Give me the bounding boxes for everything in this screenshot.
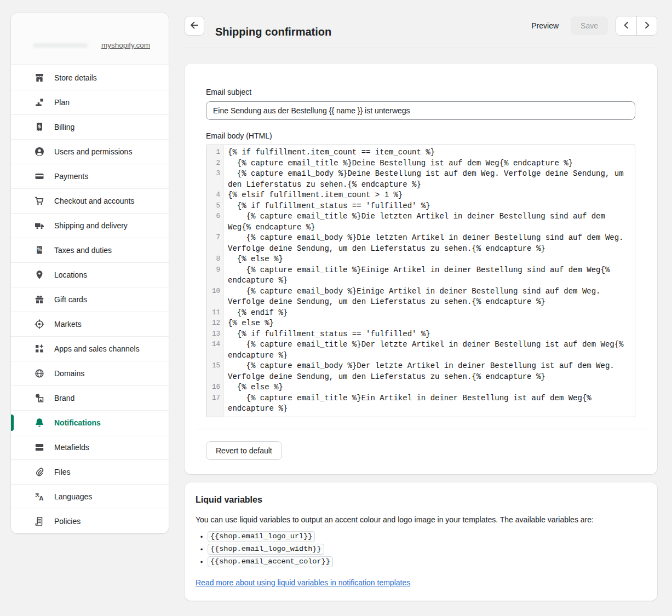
sidebar-item-label: Notifications <box>54 418 101 427</box>
code-line: 10 {% capture email_body %}Einige Artike… <box>206 286 635 308</box>
line-number: 3 <box>206 169 223 190</box>
sidebar-item-policies[interactable]: Policies <box>11 509 169 533</box>
store-domain-link[interactable]: myshopify.com <box>101 41 150 49</box>
liquid-variables-card: Liquid variables You can use liquid vari… <box>185 482 657 601</box>
code-line: 5 {% if fulfillment_status == 'fulfilled… <box>206 201 635 212</box>
line-number: 6 <box>206 211 223 233</box>
sidebar-item-notifications[interactable]: Notifications <box>11 410 169 435</box>
apps-icon <box>34 343 45 354</box>
code-line: 7 {% capture email_body %}Die letzten Ar… <box>206 233 635 254</box>
next-template-button[interactable] <box>636 16 657 35</box>
code-text: {% capture email_title %}Ein Artikel in … <box>223 393 635 414</box>
liquid-variable-chip: {{shop.email_logo_url}} <box>208 531 315 542</box>
code-text: {% if fulfillment_status == 'fulfilled' … <box>223 201 635 212</box>
line-number: 4 <box>206 190 223 201</box>
page-title: Shipping confirmation <box>215 26 331 38</box>
email-template-card: Email subject Email body (HTML) 1{% if f… <box>185 64 657 474</box>
sidebar-item-users-and-permissions[interactable]: Users and permissions <box>11 139 169 164</box>
code-line: 6 {% capture email_title %}Die letzten A… <box>206 211 635 233</box>
code-rows: 1{% if fulfillment.item_count == item_co… <box>206 145 635 414</box>
store-header: myshopify.com <box>11 13 169 65</box>
sidebar-item-label: Locations <box>54 270 87 279</box>
sidebar-item-label: Markets <box>54 320 82 329</box>
code-line: 2 {% capture email_title %}Deine Bestell… <box>206 158 635 169</box>
sidebar-item-store-details[interactable]: Store details <box>11 65 169 90</box>
liquid-variable-chip: {{shop.email_logo_width}} <box>208 544 324 555</box>
code-text: {% capture email_body %}Der letzte Artik… <box>223 361 635 382</box>
preview-button[interactable]: Preview <box>527 18 563 33</box>
email-body-editor[interactable]: 1{% if fulfillment.item_count == item_co… <box>206 145 635 417</box>
bullet-dot: • <box>196 545 208 554</box>
locations-icon <box>34 269 45 280</box>
sidebar-item-label: Users and permissions <box>54 147 132 156</box>
code-line: 13 {% if fulfillment_status == 'fulfille… <box>206 329 635 340</box>
code-text: {% capture email_title %}Deine Bestellun… <box>223 158 635 169</box>
code-text: {% else %} <box>223 382 635 393</box>
line-number: 16 <box>206 382 223 393</box>
sidebar-item-label: Metafields <box>54 443 89 452</box>
back-arrow-icon <box>189 20 200 32</box>
email-subject-input[interactable] <box>206 101 635 120</box>
policies-icon <box>34 516 45 527</box>
line-number: 13 <box>206 329 223 340</box>
code-line: 1{% if fulfillment.item_count == item_co… <box>206 147 635 158</box>
brand-icon <box>34 393 45 404</box>
page-header: Shipping confirmation Preview Save <box>185 16 657 36</box>
taxes-icon: % <box>34 245 45 256</box>
sidebar-item-taxes-and-duties[interactable]: %Taxes and duties <box>11 238 169 262</box>
read-more-link[interactable]: Read more about using liquid variables i… <box>196 578 410 587</box>
users-icon <box>34 146 45 157</box>
code-line: 9 {% capture email_title %}Einige Artike… <box>206 265 635 286</box>
svg-text:$: $ <box>38 124 41 129</box>
domains-icon <box>34 368 45 379</box>
sidebar-item-plan[interactable]: Plan <box>11 90 169 114</box>
sidebar-item-brand[interactable]: Brand <box>11 385 169 410</box>
code-line: 17 {% capture email_title %}Ein Artikel … <box>206 393 635 414</box>
sidebar-item-label: Taxes and duties <box>54 246 112 255</box>
sidebar-item-payments[interactable]: Payments <box>11 164 169 188</box>
sidebar-item-billing[interactable]: $Billing <box>11 114 169 139</box>
line-number: 11 <box>206 308 223 319</box>
save-button[interactable]: Save <box>571 16 608 35</box>
sidebar-item-domains[interactable]: Domains <box>11 361 169 385</box>
code-line: 12{% else %} <box>206 318 635 329</box>
liquid-variable-chip: {{shop.email_accent_color}} <box>208 556 333 567</box>
sidebar-item-gift-cards[interactable]: Gift cards <box>11 287 169 312</box>
line-number: 14 <box>206 339 223 361</box>
line-number: 1 <box>206 147 223 158</box>
sidebar-item-metafields[interactable]: Metafields <box>11 435 169 459</box>
line-number: 17 <box>206 393 223 414</box>
sidebar-item-label: Apps and sales channels <box>54 344 140 353</box>
revert-to-default-button[interactable]: Revert to default <box>206 441 282 460</box>
sidebar-item-locations[interactable]: Locations <box>11 262 169 287</box>
sidebar-item-label: Plan <box>54 98 70 107</box>
code-text: {% if fulfillment_status == 'fulfilled' … <box>223 329 635 340</box>
sidebar-item-files[interactable]: Files <box>11 459 169 484</box>
line-number: 7 <box>206 233 223 254</box>
liquid-variables-list: •{{shop.email_logo_url}}•{{shop.email_lo… <box>196 531 646 567</box>
sidebar-item-checkout-and-accounts[interactable]: Checkout and accounts <box>11 188 169 213</box>
languages-icon: A <box>34 491 45 502</box>
back-button[interactable] <box>185 16 204 36</box>
liquid-variable-item: •{{shop.email_logo_width}} <box>196 544 646 555</box>
sidebar-item-label: Checkout and accounts <box>54 197 134 205</box>
sidebar-item-apps-and-sales-channels[interactable]: Apps and sales channels <box>11 336 169 361</box>
code-line: 4{% elsif fulfillment.item_count > 1 %} <box>206 190 635 201</box>
svg-text:A: A <box>39 496 44 502</box>
sidebar-item-markets[interactable]: Markets <box>11 312 169 336</box>
code-line: 16 {% else %} <box>206 382 635 393</box>
code-text: {% else %} <box>223 254 635 265</box>
chevron-right-icon <box>641 20 652 32</box>
billing-icon: $ <box>34 122 45 133</box>
code-text: {% capture email_body %}Deine Bestellung… <box>223 169 635 190</box>
settings-nav: Store detailsPlan$BillingUsers and permi… <box>11 65 169 533</box>
sidebar-item-shipping-and-delivery[interactable]: Shipping and delivery <box>11 213 169 238</box>
code-text: {% capture email_title %}Einige Artikel … <box>223 265 635 286</box>
code-line: 8 {% else %} <box>206 254 635 265</box>
line-number: 2 <box>206 158 223 169</box>
previous-template-button[interactable] <box>616 16 636 35</box>
sidebar-item-label: Shipping and delivery <box>54 221 128 230</box>
liquid-variables-title: Liquid variables <box>196 495 646 505</box>
markets-icon <box>34 319 45 330</box>
sidebar-item-languages[interactable]: ALanguages <box>11 484 169 509</box>
